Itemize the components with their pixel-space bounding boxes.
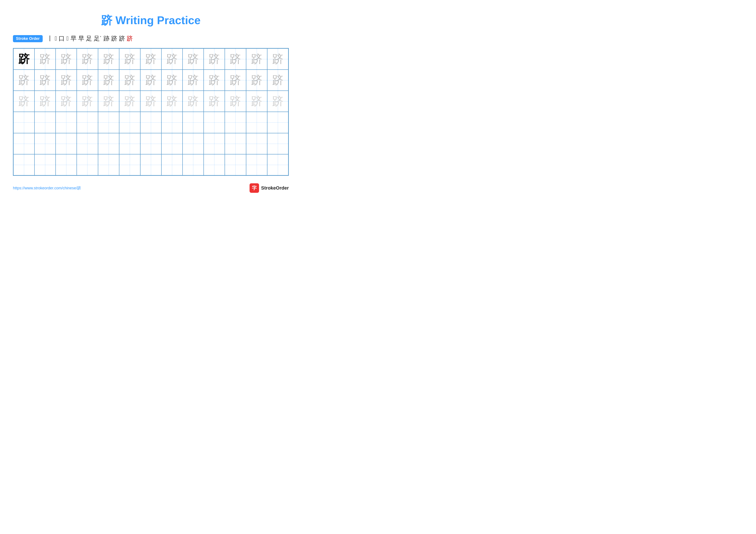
- stroke-step-9: 跡: [103, 35, 109, 43]
- char-display: 跻: [82, 94, 93, 109]
- char-display: 跻: [103, 94, 114, 109]
- grid-cell-4-8[interactable]: [161, 112, 182, 133]
- grid-cell-5-12[interactable]: [246, 133, 267, 154]
- char-display: 跻: [61, 51, 72, 66]
- grid-cell-2-3: 跻: [56, 69, 77, 91]
- grid-cell-5-2[interactable]: [35, 133, 56, 154]
- brand-name: StrokeOrder: [261, 185, 289, 191]
- grid-cell-4-6[interactable]: [119, 112, 140, 133]
- stroke-step-1: 丨: [47, 35, 53, 43]
- char-display: 跻: [209, 51, 220, 66]
- grid-row-2: 跻 跻 跻 跻 跻 跻 跻 跻 跻 跻 跻 跻: [14, 69, 288, 91]
- grid-cell-4-13[interactable]: [267, 112, 288, 133]
- grid-cell-5-11[interactable]: [225, 133, 246, 154]
- char-display: 跻: [40, 73, 51, 88]
- grid-cell-1-8: 跻: [161, 48, 182, 69]
- char-display: 跻: [272, 94, 284, 109]
- grid-cell-6-4[interactable]: [77, 154, 98, 175]
- grid-cell-5-6[interactable]: [119, 133, 140, 154]
- stroke-sequence: 丨 𠃍 口 𠃊 早 早 足 足´ 跡 跻 跻 跻: [47, 35, 133, 43]
- grid-cell-4-7[interactable]: [140, 112, 161, 133]
- grid-cell-6-10[interactable]: [204, 154, 225, 175]
- grid-cell-4-2[interactable]: [35, 112, 56, 133]
- stroke-step-6: 早: [78, 35, 84, 43]
- char-display: 跻: [124, 94, 135, 109]
- grid-cell-4-10[interactable]: [204, 112, 225, 133]
- stroke-step-5: 早: [70, 35, 76, 43]
- grid-cell-3-9: 跻: [182, 91, 204, 112]
- grid-cell-5-3[interactable]: [56, 133, 77, 154]
- grid-cell-6-7[interactable]: [140, 154, 161, 175]
- grid-cell-4-4[interactable]: [77, 112, 98, 133]
- grid-cell-5-1[interactable]: [14, 133, 35, 154]
- grid-cell-4-9[interactable]: [182, 112, 204, 133]
- grid-cell-5-5[interactable]: [98, 133, 119, 154]
- char-display: 跻: [272, 73, 284, 88]
- grid-cell-5-4[interactable]: [77, 133, 98, 154]
- grid-cell-4-5[interactable]: [98, 112, 119, 133]
- grid-cell-6-13[interactable]: [267, 154, 288, 175]
- grid-cell-5-7[interactable]: [140, 133, 161, 154]
- char-display: 跻: [18, 73, 30, 88]
- grid-cell-6-5[interactable]: [98, 154, 119, 175]
- char-display: 跻: [251, 51, 262, 66]
- grid-cell-1-7: 跻: [140, 48, 161, 69]
- grid-cell-6-6[interactable]: [119, 154, 140, 175]
- grid-cell-4-1[interactable]: [14, 112, 35, 133]
- char-display: 跻: [103, 73, 114, 88]
- char-display: 跻: [145, 51, 156, 66]
- footer: https://www.strokeorder.com/chinese/跻 字 …: [13, 183, 289, 193]
- char-display: 跻: [272, 51, 284, 66]
- grid-cell-6-12[interactable]: [246, 154, 267, 175]
- grid-cell-4-3[interactable]: [56, 112, 77, 133]
- grid-cell-6-3[interactable]: [56, 154, 77, 175]
- stroke-order-row: Stroke Order 丨 𠃍 口 𠃊 早 早 足 足´ 跡 跻 跻 跻: [13, 35, 289, 43]
- grid-row-1: 跻 跻 跻 跻 跻 跻 跻 跻 跻 跻 跻 跻: [14, 48, 288, 69]
- grid-cell-3-3: 跻: [56, 91, 77, 112]
- grid-cell-5-9[interactable]: [182, 133, 204, 154]
- grid-row-6: [14, 154, 288, 175]
- grid-cell-6-8[interactable]: [161, 154, 182, 175]
- grid-cell-4-11[interactable]: [225, 112, 246, 133]
- grid-cell-2-6: 跻: [119, 69, 140, 91]
- grid-cell-6-9[interactable]: [182, 154, 204, 175]
- char-display: 跻: [82, 73, 93, 88]
- char-display: 跻: [61, 94, 72, 109]
- char-display: 跻: [187, 94, 199, 109]
- grid-cell-3-6: 跻: [119, 91, 140, 112]
- grid-cell-5-10[interactable]: [204, 133, 225, 154]
- grid-cell-5-8[interactable]: [161, 133, 182, 154]
- grid-cell-6-1[interactable]: [14, 154, 35, 175]
- grid-cell-3-13: 跻: [267, 91, 288, 112]
- grid-cell-6-11[interactable]: [225, 154, 246, 175]
- grid-cell-1-6: 跻: [119, 48, 140, 69]
- grid-cell-1-9: 跻: [182, 48, 204, 69]
- char-display: 跻: [230, 73, 241, 88]
- practice-grid: 跻 跻 跻 跻 跻 跻 跻 跻 跻 跻 跻 跻: [13, 48, 289, 176]
- char-display: 跻: [209, 73, 220, 88]
- stroke-step-11: 跻: [119, 35, 125, 43]
- char-display: 跻: [145, 73, 156, 88]
- grid-cell-5-13[interactable]: [267, 133, 288, 154]
- grid-row-3: 跻 跻 跻 跻 跻 跻 跻 跻 跻 跻 跻 跻: [14, 91, 288, 112]
- stroke-step-2: 𠃍: [55, 35, 57, 42]
- grid-cell-1-5: 跻: [98, 48, 119, 69]
- grid-cell-2-11: 跻: [225, 69, 246, 91]
- char-display: 跻: [230, 51, 241, 66]
- grid-cell-3-2: 跻: [35, 91, 56, 112]
- grid-cell-3-4: 跻: [77, 91, 98, 112]
- char-display: 跻: [124, 51, 135, 66]
- grid-cell-4-12[interactable]: [246, 112, 267, 133]
- grid-cell-2-10: 跻: [204, 69, 225, 91]
- char-display: 跻: [166, 51, 177, 66]
- grid-cell-1-12: 跻: [246, 48, 267, 69]
- grid-cell-6-2[interactable]: [35, 154, 56, 175]
- stroke-step-3: 口: [59, 35, 65, 43]
- stroke-step-4: 𠃊: [67, 35, 68, 42]
- grid-cell-2-1: 跻: [14, 69, 35, 91]
- char-display: 跻: [187, 73, 199, 88]
- footer-url[interactable]: https://www.strokeorder.com/chinese/跻: [13, 186, 81, 191]
- char-display: 跻: [124, 73, 135, 88]
- grid-cell-3-7: 跻: [140, 91, 161, 112]
- grid-cell-1-1: 跻: [14, 48, 35, 69]
